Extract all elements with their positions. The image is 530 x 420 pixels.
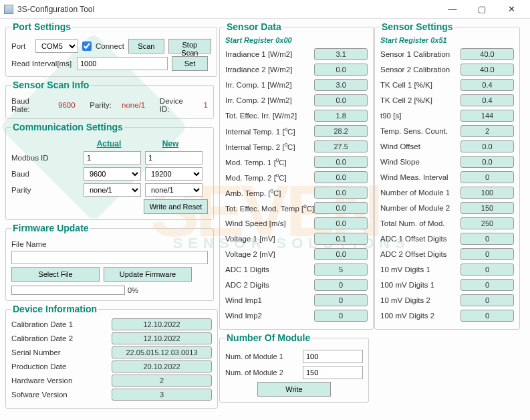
- sensor-settings-row: 100 mV Digits 20: [380, 308, 514, 322]
- sensor-data-value: 0.0: [314, 171, 368, 183]
- sensor-data-value: 0.0: [314, 156, 368, 168]
- sensor-data-label: Voltage 1 [mV]: [225, 235, 314, 243]
- sensor-data-value: 0: [314, 294, 368, 306]
- num-module-1-input[interactable]: [303, 350, 363, 363]
- sensor-data-row: Internal Temp. 2 [0C]27.5: [225, 139, 368, 153]
- num-module-2-input[interactable]: [303, 366, 363, 379]
- sensor-data-row: Tot. Effec. Mod. Temp [0C]0.0: [225, 201, 368, 215]
- sensor-data-value: 3.0: [314, 79, 368, 91]
- sensor-data-value: 0.0: [314, 94, 368, 106]
- read-interval-input[interactable]: [77, 57, 168, 70]
- sensor-settings-value: 250: [460, 217, 514, 229]
- scan-info-title: Sensor Scan Info: [11, 80, 90, 90]
- modbus-id-label: Modbus ID: [11, 154, 80, 162]
- update-firmware-button[interactable]: Update Firmware: [104, 267, 192, 282]
- baud-rate-value: 9600: [58, 101, 76, 109]
- sensor-settings-value: 144: [460, 110, 514, 122]
- sensor-settings-label: Sensor 2 Calibration: [380, 66, 460, 74]
- sensor-data-value: 28.2: [314, 125, 368, 137]
- sensor-settings-label: Total Num. of Mod.: [380, 219, 460, 227]
- set-button[interactable]: Set: [172, 56, 208, 71]
- sensor-data-row: Irr. Comp. 2 [W/m2]0.0: [225, 93, 368, 107]
- sensor-settings-title: Sensor Settings: [380, 21, 454, 32]
- baud-new-select[interactable]: 19200: [145, 167, 203, 181]
- sensor-data-title: Sensor Data: [225, 21, 283, 32]
- stop-scan-button[interactable]: Stop Scan: [168, 39, 211, 54]
- device-info-value: 20.10.2022: [112, 360, 212, 373]
- port-select[interactable]: COM5: [35, 39, 78, 53]
- sensor-data-row: Mod. Temp. 2 [0C]0.0: [225, 170, 368, 184]
- sensor-settings-label: Number of Module 2: [380, 204, 460, 212]
- sensor-data-value: 1.8: [314, 110, 368, 122]
- sensor-data-label: Internal Temp. 1 [0C]: [225, 126, 314, 136]
- connect-checkbox[interactable]: [82, 41, 92, 51]
- device-info-value: 2: [112, 375, 212, 387]
- sensor-data-row: ADC 2 Digits0: [225, 278, 368, 292]
- sensor-settings-value: 0: [460, 294, 514, 306]
- write-module-button[interactable]: Write: [257, 382, 331, 397]
- parity-actual-select[interactable]: none/1: [84, 183, 141, 197]
- device-info-label: Calibration Date 2: [11, 334, 112, 342]
- sensor-data-row: Voltage 1 [mV]0.1: [225, 231, 368, 245]
- num-module-1-label: Num. of Module 1: [225, 352, 299, 360]
- sensor-data-row: Wind Speed [m/s]0.0: [225, 216, 368, 230]
- device-info-value: 22.05.015.12.03.0013: [112, 346, 212, 358]
- write-reset-button[interactable]: Write and Reset: [144, 199, 208, 214]
- sensor-settings-value: 0: [460, 248, 514, 260]
- baud-label: Baud: [11, 170, 80, 178]
- sensor-settings-row: Number of Module 1100: [380, 185, 514, 199]
- baud-actual-select[interactable]: 9600: [84, 167, 141, 181]
- sensor-data-label: Irr. Comp. 1 [W/m2]: [225, 81, 314, 89]
- sensor-data-row: Irradiance 1 [W/m2]3.1: [225, 47, 368, 61]
- firmware-progress: [11, 286, 125, 295]
- device-info-label: Sofware Version: [11, 391, 112, 399]
- sensor-settings-value: 0: [460, 264, 514, 276]
- sensor-data-value: 0.0: [314, 202, 368, 214]
- sensor-data-label: ADC 2 Digits: [225, 281, 314, 289]
- sensor-settings-sub: Start Register 0x51: [380, 36, 514, 44]
- sensor-settings-label: 10 mV Digits 1: [380, 266, 460, 274]
- sensor-data-label: Irradiance 1 [W/m2]: [225, 50, 314, 58]
- file-name-input[interactable]: [11, 251, 208, 264]
- sensor-settings-value: 0.0: [460, 156, 514, 168]
- device-info-row: Hardware Version2: [11, 375, 212, 387]
- device-info-label: Hardware Version: [11, 377, 112, 385]
- sensor-data-value: 0.0: [314, 187, 368, 199]
- sensor-data-label: Amb. Temp. [0C]: [225, 188, 314, 197]
- parity-new-select[interactable]: none/1: [145, 183, 203, 197]
- device-id-label: Device ID:: [160, 97, 194, 113]
- device-info-value: 3: [112, 389, 212, 401]
- titlebar: 3S-Configuration Tool — ▢ ✕: [0, 0, 530, 19]
- scan-info-panel: Sensor Scan Info Baud Rate: 9600 Parity:…: [5, 80, 214, 119]
- sensor-data-label: Tot. Effec. Irr. [W/m2]: [225, 112, 314, 120]
- port-label: Port: [11, 42, 31, 50]
- sensor-data-panel: Sensor Data Start Register 0x00 Irradian…: [219, 21, 374, 330]
- scan-button[interactable]: Scan: [128, 39, 164, 54]
- sensor-settings-row: t90 [s]144: [380, 108, 514, 122]
- col-new: New: [146, 139, 194, 148]
- close-button[interactable]: ✕: [497, 0, 526, 19]
- sensor-settings-row: Wind Slope0.0: [380, 154, 514, 169]
- device-info-value: 12.10.2022: [112, 332, 212, 344]
- sensor-data-label: ADC 1 Digits: [225, 266, 314, 274]
- sensor-data-value: 3.1: [314, 48, 368, 60]
- firmware-update-title: Firmware Update: [11, 223, 90, 233]
- maximize-button[interactable]: ▢: [467, 0, 497, 19]
- modbus-new-input[interactable]: [145, 151, 203, 165]
- firmware-progress-pct: 0%: [128, 286, 138, 294]
- device-id-value: 1: [204, 101, 208, 109]
- modbus-actual-input[interactable]: [84, 151, 141, 165]
- sensor-settings-row: Temp. Sens. Count.2: [380, 124, 514, 138]
- sensor-settings-label: ADC 2 Offset Digits: [380, 250, 460, 258]
- sensor-settings-value: 40.0: [460, 48, 514, 60]
- window-title: 3S-Configuration Tool: [17, 5, 94, 14]
- sensor-data-row: Voltage 2 [mV]0.0: [225, 247, 368, 261]
- device-information-title: Device Information: [11, 304, 98, 314]
- minimize-button[interactable]: —: [438, 0, 467, 19]
- sensor-data-row: Irradiance 2 [W/m2]0.0: [225, 62, 368, 76]
- num-module-2-label: Num. of Module 2: [225, 369, 299, 377]
- sensor-settings-value: 40.0: [460, 64, 514, 76]
- select-file-button[interactable]: Select File: [11, 267, 100, 282]
- parity-comm-label: Parity: [11, 186, 80, 194]
- device-info-label: Calibration Date 1: [11, 320, 112, 328]
